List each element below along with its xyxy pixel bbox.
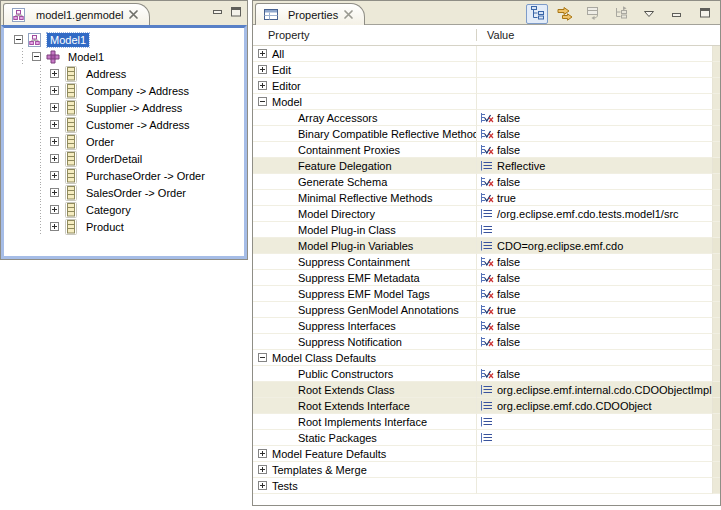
column-header-value[interactable]: Value xyxy=(477,29,720,41)
tree-item[interactable]: Model1 xyxy=(14,48,244,65)
property-value-cell[interactable]: false xyxy=(477,334,713,350)
tree-item[interactable]: OrderDetail xyxy=(14,150,244,167)
property-value-cell[interactable]: false xyxy=(477,270,713,286)
property-row[interactable]: Root Extends Classorg.eclipse.emf.intern… xyxy=(253,382,720,398)
tree-item[interactable]: PurchaseOrder -> Order xyxy=(14,167,244,184)
property-row[interactable]: Array Accessorsfalse xyxy=(253,110,720,126)
property-value-cell[interactable] xyxy=(477,62,713,78)
expand-plus-icon[interactable] xyxy=(50,69,59,78)
show-advanced-properties-button[interactable] xyxy=(554,4,576,24)
filter-button[interactable] xyxy=(610,4,632,24)
property-row[interactable]: Model Plug-in VariablesCDO=org.eclipse.e… xyxy=(253,238,720,254)
expand-plus-icon[interactable] xyxy=(258,65,267,74)
expand-plus-icon[interactable] xyxy=(258,81,267,90)
property-value-cell[interactable] xyxy=(477,478,713,494)
properties-tab[interactable]: Properties xyxy=(255,3,365,25)
property-row[interactable]: Containment Proxiesfalse xyxy=(253,142,720,158)
maximize-icon[interactable] xyxy=(231,7,242,17)
expand-plus-icon[interactable] xyxy=(50,222,59,231)
property-value-cell[interactable] xyxy=(477,222,713,238)
tree-item[interactable]: Supplier -> Address xyxy=(14,99,244,116)
expand-plus-icon[interactable] xyxy=(50,205,59,214)
property-value-cell[interactable] xyxy=(477,414,713,430)
expand-plus-icon[interactable] xyxy=(50,86,59,95)
property-value-cell[interactable]: true xyxy=(477,302,713,318)
expand-plus-icon[interactable] xyxy=(50,137,59,146)
property-row[interactable]: Public Constructorsfalse xyxy=(253,366,720,382)
property-row[interactable]: Model xyxy=(253,94,720,110)
property-value-cell[interactable]: false xyxy=(477,286,713,302)
tree-item[interactable]: Customer -> Address xyxy=(14,116,244,133)
property-value-cell[interactable]: org.eclipse.emf.internal.cdo.CDOObjectIm… xyxy=(477,382,713,398)
tree-item[interactable]: Order xyxy=(14,133,244,150)
property-value-cell[interactable]: /org.eclipse.emf.cdo.tests.model1/src xyxy=(477,206,713,222)
collapse-minus-icon[interactable] xyxy=(258,353,267,362)
property-value-cell[interactable]: true xyxy=(477,190,713,206)
expand-plus-icon[interactable] xyxy=(50,154,59,163)
property-row[interactable]: Binary Compatible Reflective Methodsfals… xyxy=(253,126,720,142)
expand-plus-icon[interactable] xyxy=(50,103,59,112)
tree-item[interactable]: Product xyxy=(14,218,244,235)
property-row[interactable]: Model Class Defaults xyxy=(253,350,720,366)
property-value-cell[interactable] xyxy=(477,462,713,478)
expand-plus-icon[interactable] xyxy=(50,171,59,180)
close-icon[interactable] xyxy=(343,9,354,20)
property-row[interactable]: Suppress Notificationfalse xyxy=(253,334,720,350)
collapse-minus-icon[interactable] xyxy=(14,35,23,44)
property-row[interactable]: Editor xyxy=(253,78,720,94)
tree-item[interactable]: Address xyxy=(14,65,244,82)
expand-plus-icon[interactable] xyxy=(50,120,59,129)
property-value-cell[interactable] xyxy=(477,78,713,94)
property-value-cell[interactable] xyxy=(477,350,713,366)
property-row[interactable]: Suppress EMF Model Tagsfalse xyxy=(253,286,720,302)
property-value-cell[interactable]: false xyxy=(477,366,713,382)
property-value-cell[interactable] xyxy=(477,446,713,462)
property-value-cell[interactable]: org.eclipse.emf.cdo.CDOObject xyxy=(477,398,713,414)
property-value-cell[interactable]: false xyxy=(477,174,713,190)
collapse-minus-icon[interactable] xyxy=(32,52,41,61)
collapse-minus-icon[interactable] xyxy=(258,97,267,106)
tree-item[interactable]: SalesOrder -> Order xyxy=(14,184,244,201)
property-row[interactable]: Root Implements Interface xyxy=(253,414,720,430)
property-row[interactable]: Templates & Merge xyxy=(253,462,720,478)
property-row[interactable]: Minimal Reflective Methodstrue xyxy=(253,190,720,206)
property-row[interactable]: Suppress Containmentfalse xyxy=(253,254,720,270)
property-row[interactable]: Model Plug-in Class xyxy=(253,222,720,238)
property-row[interactable]: Feature DelegationReflective xyxy=(253,158,720,174)
property-row[interactable]: Tests xyxy=(253,478,720,494)
close-icon[interactable] xyxy=(128,9,139,20)
property-value-cell[interactable] xyxy=(477,46,713,62)
property-value-cell[interactable]: false xyxy=(477,126,713,142)
property-value-cell[interactable] xyxy=(477,94,713,110)
property-value-cell[interactable]: Reflective xyxy=(477,158,713,174)
view-menu-button[interactable] xyxy=(638,4,660,24)
expand-plus-icon[interactable] xyxy=(258,449,267,458)
property-row[interactable]: Suppress Interfacesfalse xyxy=(253,318,720,334)
property-row[interactable]: Model Feature Defaults xyxy=(253,446,720,462)
expand-plus-icon[interactable] xyxy=(50,188,59,197)
expand-plus-icon[interactable] xyxy=(258,49,267,58)
minimize-button[interactable] xyxy=(666,4,688,24)
minimize-icon[interactable] xyxy=(213,10,223,15)
expand-plus-icon[interactable] xyxy=(258,481,267,490)
property-row[interactable]: Suppress GenModel Annotationstrue xyxy=(253,302,720,318)
property-row[interactable]: Root Extends Interfaceorg.eclipse.emf.cd… xyxy=(253,398,720,414)
property-value-cell[interactable]: false xyxy=(477,254,713,270)
property-row[interactable]: Suppress EMF Metadatafalse xyxy=(253,270,720,286)
column-header-property[interactable]: Property xyxy=(253,29,477,41)
property-row[interactable]: Generate Schemafalse xyxy=(253,174,720,190)
restore-default-value-button[interactable] xyxy=(582,4,604,24)
tree-item[interactable]: Category xyxy=(14,201,244,218)
tree-item[interactable]: Company -> Address xyxy=(14,82,244,99)
maximize-button[interactable] xyxy=(694,4,716,24)
tree-item[interactable]: Model1 xyxy=(14,31,244,48)
show-categories-button[interactable] xyxy=(526,4,548,24)
property-value-cell[interactable]: CDO=org.eclipse.emf.cdo xyxy=(477,238,713,254)
property-value-cell[interactable]: false xyxy=(477,110,713,126)
property-row[interactable]: Model Directory/org.eclipse.emf.cdo.test… xyxy=(253,206,720,222)
property-value-cell[interactable]: false xyxy=(477,142,713,158)
property-value-cell[interactable] xyxy=(477,430,713,446)
property-row[interactable]: All xyxy=(253,46,720,62)
property-row[interactable]: Static Packages xyxy=(253,430,720,446)
property-value-cell[interactable]: false xyxy=(477,318,713,334)
